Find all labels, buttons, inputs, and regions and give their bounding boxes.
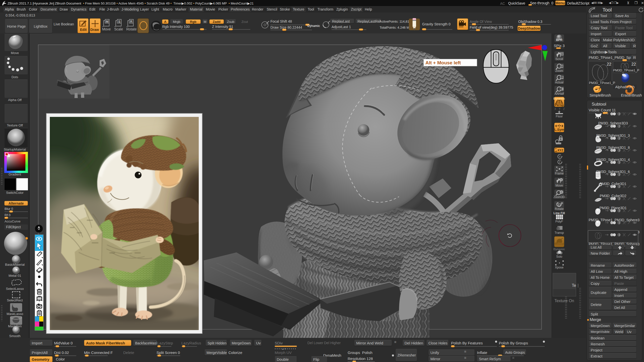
svg-text:M: M bbox=[106, 20, 109, 23]
svg-text:x1: x1 bbox=[560, 76, 563, 79]
svg-text:S: S bbox=[118, 20, 120, 23]
svg-text:Y: Y bbox=[559, 155, 561, 158]
svg-text:XYZ: XYZ bbox=[557, 149, 563, 152]
svg-text:R: R bbox=[130, 20, 133, 23]
svg-text:Z: Z bbox=[559, 161, 560, 164]
svg-text:Alt + Mouse left: Alt + Mouse left bbox=[425, 60, 461, 65]
